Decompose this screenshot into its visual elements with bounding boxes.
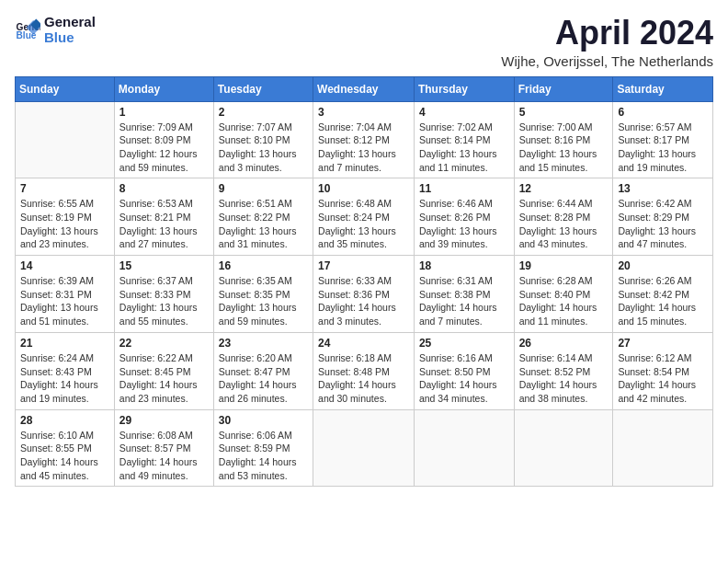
cell-info: Sunrise: 7:02 AMSunset: 8:14 PMDaylight:… <box>419 121 509 175</box>
day-number: 7 <box>20 182 109 195</box>
day-number: 30 <box>219 414 308 427</box>
cell-info: Sunrise: 6:37 AMSunset: 8:33 PMDaylight:… <box>119 274 209 328</box>
calendar-cell <box>16 101 115 178</box>
calendar-cell: 28Sunrise: 6:10 AMSunset: 8:55 PMDayligh… <box>16 409 115 487</box>
cell-info: Sunrise: 6:24 AMSunset: 8:43 PMDaylight:… <box>20 351 109 406</box>
day-number: 3 <box>318 106 409 119</box>
cell-info: Sunrise: 6:14 AMSunset: 8:52 PMDaylight:… <box>519 351 609 406</box>
day-number: 13 <box>618 182 708 195</box>
logo-icon: General Blue <box>15 17 40 43</box>
header-sunday: Sunday <box>16 76 115 101</box>
calendar-cell: 13Sunrise: 6:42 AMSunset: 8:29 PMDayligh… <box>613 178 713 256</box>
cell-info: Sunrise: 6:51 AMSunset: 8:22 PMDaylight:… <box>219 197 308 251</box>
cell-info: Sunrise: 6:22 AMSunset: 8:45 PMDaylight:… <box>119 351 209 406</box>
cell-info: Sunrise: 6:16 AMSunset: 8:50 PMDaylight:… <box>419 351 509 406</box>
calendar-week-row: 21Sunrise: 6:24 AMSunset: 8:43 PMDayligh… <box>16 332 713 409</box>
cell-info: Sunrise: 6:35 AMSunset: 8:35 PMDaylight:… <box>219 274 308 328</box>
calendar-cell: 24Sunrise: 6:18 AMSunset: 8:48 PMDayligh… <box>313 332 415 409</box>
calendar-cell <box>613 409 713 487</box>
calendar-cell: 10Sunrise: 6:48 AMSunset: 8:24 PMDayligh… <box>313 178 415 256</box>
calendar-cell: 7Sunrise: 6:55 AMSunset: 8:19 PMDaylight… <box>16 178 115 256</box>
calendar-header-row: SundayMondayTuesdayWednesdayThursdayFrid… <box>16 76 713 101</box>
cell-info: Sunrise: 6:53 AMSunset: 8:21 PMDaylight:… <box>119 197 209 251</box>
day-number: 14 <box>20 259 109 272</box>
calendar-cell: 29Sunrise: 6:08 AMSunset: 8:57 PMDayligh… <box>114 409 213 487</box>
cell-info: Sunrise: 6:55 AMSunset: 8:19 PMDaylight:… <box>20 197 109 251</box>
day-number: 2 <box>219 106 308 119</box>
calendar-cell: 15Sunrise: 6:37 AMSunset: 8:33 PMDayligh… <box>114 256 213 333</box>
calendar-cell: 12Sunrise: 6:44 AMSunset: 8:28 PMDayligh… <box>514 178 613 256</box>
cell-info: Sunrise: 6:20 AMSunset: 8:47 PMDaylight:… <box>219 351 308 406</box>
subtitle: Wijhe, Overijssel, The Netherlands <box>501 53 713 69</box>
calendar-cell <box>414 409 514 487</box>
calendar-week-row: 28Sunrise: 6:10 AMSunset: 8:55 PMDayligh… <box>16 409 713 487</box>
day-number: 29 <box>119 414 209 427</box>
day-number: 1 <box>119 106 209 119</box>
logo: General Blue General Blue <box>15 15 96 45</box>
day-number: 21 <box>20 337 109 350</box>
calendar-cell: 3Sunrise: 7:04 AMSunset: 8:12 PMDaylight… <box>313 101 415 178</box>
calendar-cell: 17Sunrise: 6:33 AMSunset: 8:36 PMDayligh… <box>313 256 415 333</box>
calendar-cell: 22Sunrise: 6:22 AMSunset: 8:45 PMDayligh… <box>114 332 213 409</box>
day-number: 5 <box>519 106 609 119</box>
calendar-cell: 9Sunrise: 6:51 AMSunset: 8:22 PMDaylight… <box>213 178 313 256</box>
cell-info: Sunrise: 6:39 AMSunset: 8:31 PMDaylight:… <box>20 274 109 328</box>
calendar-cell: 8Sunrise: 6:53 AMSunset: 8:21 PMDaylight… <box>114 178 213 256</box>
calendar-cell: 20Sunrise: 6:26 AMSunset: 8:42 PMDayligh… <box>613 256 713 333</box>
calendar-week-row: 14Sunrise: 6:39 AMSunset: 8:31 PMDayligh… <box>16 256 713 333</box>
calendar-cell: 6Sunrise: 6:57 AMSunset: 8:17 PMDaylight… <box>613 101 713 178</box>
calendar-cell: 16Sunrise: 6:35 AMSunset: 8:35 PMDayligh… <box>213 256 313 333</box>
day-number: 19 <box>519 259 609 272</box>
day-number: 12 <box>519 182 609 195</box>
main-title: April 2024 <box>501 15 713 52</box>
calendar-cell: 19Sunrise: 6:28 AMSunset: 8:40 PMDayligh… <box>514 256 613 333</box>
title-block: April 2024 Wijhe, Overijssel, The Nether… <box>501 15 713 69</box>
calendar-cell: 11Sunrise: 6:46 AMSunset: 8:26 PMDayligh… <box>414 178 514 256</box>
cell-info: Sunrise: 6:12 AMSunset: 8:54 PMDaylight:… <box>618 351 708 406</box>
cell-info: Sunrise: 6:46 AMSunset: 8:26 PMDaylight:… <box>419 197 509 251</box>
logo-text-line1: General <box>44 15 96 30</box>
header-friday: Friday <box>514 76 613 101</box>
cell-info: Sunrise: 7:09 AMSunset: 8:09 PMDaylight:… <box>119 121 209 175</box>
day-number: 23 <box>219 337 308 350</box>
cell-info: Sunrise: 6:10 AMSunset: 8:55 PMDaylight:… <box>20 429 109 483</box>
cell-info: Sunrise: 6:18 AMSunset: 8:48 PMDaylight:… <box>318 351 409 406</box>
day-number: 6 <box>618 106 708 119</box>
day-number: 17 <box>318 259 409 272</box>
calendar-table: SundayMondayTuesdayWednesdayThursdayFrid… <box>15 76 713 488</box>
header-tuesday: Tuesday <box>213 76 313 101</box>
day-number: 10 <box>318 182 409 195</box>
header-monday: Monday <box>114 76 213 101</box>
calendar-cell: 2Sunrise: 7:07 AMSunset: 8:10 PMDaylight… <box>213 101 313 178</box>
day-number: 15 <box>119 259 209 272</box>
calendar-cell: 27Sunrise: 6:12 AMSunset: 8:54 PMDayligh… <box>613 332 713 409</box>
cell-info: Sunrise: 6:06 AMSunset: 8:59 PMDaylight:… <box>219 429 308 483</box>
calendar-cell: 23Sunrise: 6:20 AMSunset: 8:47 PMDayligh… <box>213 332 313 409</box>
cell-info: Sunrise: 7:04 AMSunset: 8:12 PMDaylight:… <box>318 121 409 175</box>
day-number: 26 <box>519 337 609 350</box>
day-number: 11 <box>419 182 509 195</box>
day-number: 28 <box>20 414 109 427</box>
calendar-cell: 5Sunrise: 7:00 AMSunset: 8:16 PMDaylight… <box>514 101 613 178</box>
calendar-cell: 4Sunrise: 7:02 AMSunset: 8:14 PMDaylight… <box>414 101 514 178</box>
calendar-cell: 14Sunrise: 6:39 AMSunset: 8:31 PMDayligh… <box>16 256 115 333</box>
cell-info: Sunrise: 6:28 AMSunset: 8:40 PMDaylight:… <box>519 274 609 328</box>
calendar-cell: 1Sunrise: 7:09 AMSunset: 8:09 PMDaylight… <box>114 101 213 178</box>
calendar-cell <box>313 409 415 487</box>
day-number: 9 <box>219 182 308 195</box>
calendar-cell: 26Sunrise: 6:14 AMSunset: 8:52 PMDayligh… <box>514 332 613 409</box>
day-number: 24 <box>318 337 409 350</box>
header-saturday: Saturday <box>613 76 713 101</box>
calendar-cell: 30Sunrise: 6:06 AMSunset: 8:59 PMDayligh… <box>213 409 313 487</box>
cell-info: Sunrise: 7:07 AMSunset: 8:10 PMDaylight:… <box>219 121 308 175</box>
calendar-week-row: 7Sunrise: 6:55 AMSunset: 8:19 PMDaylight… <box>16 178 713 256</box>
header-thursday: Thursday <box>414 76 514 101</box>
day-number: 20 <box>618 259 708 272</box>
cell-info: Sunrise: 6:48 AMSunset: 8:24 PMDaylight:… <box>318 197 409 251</box>
cell-info: Sunrise: 7:00 AMSunset: 8:16 PMDaylight:… <box>519 121 609 175</box>
header-wednesday: Wednesday <box>313 76 415 101</box>
cell-info: Sunrise: 6:08 AMSunset: 8:57 PMDaylight:… <box>119 429 209 483</box>
calendar-cell: 21Sunrise: 6:24 AMSunset: 8:43 PMDayligh… <box>16 332 115 409</box>
calendar-week-row: 1Sunrise: 7:09 AMSunset: 8:09 PMDaylight… <box>16 101 713 178</box>
cell-info: Sunrise: 6:57 AMSunset: 8:17 PMDaylight:… <box>618 121 708 175</box>
